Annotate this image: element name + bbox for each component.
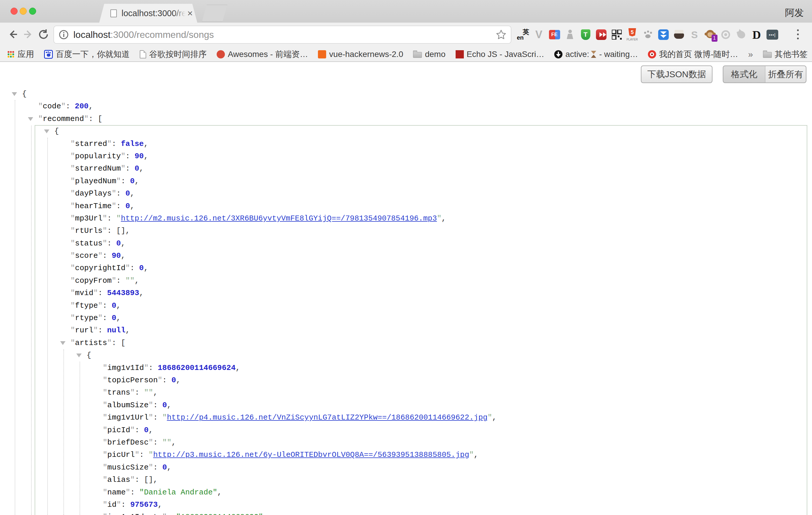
json-key: popularity (75, 152, 121, 161)
json-number: 5443893 (107, 289, 139, 297)
site-info-icon[interactable] (59, 30, 69, 40)
download-json-button[interactable]: 下载JSON数据 (641, 65, 713, 83)
fast-forward-icon (596, 29, 607, 40)
extensions-row: 英enVFET5PLAYERS1D•••| (516, 26, 780, 44)
browser-menu-button[interactable] (791, 27, 804, 42)
format-button[interactable]: 格式化 (723, 65, 765, 83)
json-link[interactable]: http://p4.music.126.net/VnZiScyynLG7atLI… (167, 413, 487, 422)
json-line: "name": "Daniela Andrade", (0, 486, 812, 498)
json-empty-string: "" (162, 438, 171, 447)
extension-hummingbird[interactable] (733, 26, 749, 44)
bookmark-vue-hackernews[interactable]: vue-hackernews-2.0 (318, 50, 403, 59)
json-key: img1v1Id (108, 364, 144, 372)
collapse-triangle-icon[interactable] (76, 353, 82, 357)
json-number: 0 (130, 177, 135, 185)
a-icon (216, 50, 225, 58)
address-bar[interactable]: localhost:3000/recommend/songs (53, 26, 512, 44)
hourglass-icon (591, 51, 596, 58)
json-line: "starred": false, (0, 138, 812, 150)
json-string: "Daniela Andrade" (140, 488, 217, 497)
extension-s-ext[interactable]: S (687, 26, 702, 44)
collapse-triangle-icon[interactable] (60, 341, 65, 345)
extension-html5-player[interactable]: 5PLAYER (625, 26, 640, 44)
json-key: mp3Url (75, 214, 103, 223)
collapse-triangle-icon[interactable] (28, 117, 33, 121)
folder-icon (763, 52, 772, 58)
json-punctuation: { (22, 90, 27, 98)
tab-close-icon[interactable]: × (187, 8, 193, 18)
minimize-window-button[interactable] (20, 8, 27, 15)
apps-shortcut[interactable]: 应用 (7, 49, 34, 60)
json-link[interactable]: http://p3.music.126.net/6y-UleORITEDbvrO… (153, 450, 469, 459)
extension-downloader[interactable] (656, 26, 671, 44)
json-line: "popularity": 90, (0, 150, 812, 162)
gray-weibo-icon (721, 30, 730, 39)
json-line: "status": 0, (0, 237, 812, 250)
json-line: "hearTime": 0, (0, 200, 812, 212)
extension-translate[interactable]: 英en (516, 26, 531, 44)
bookmark-star-icon[interactable] (496, 29, 507, 40)
browser-tab[interactable]: localhost:3000/recommend/so × (99, 4, 197, 23)
json-number: 0 (125, 202, 130, 210)
collapse-triangle-icon[interactable] (12, 92, 17, 96)
json-string: "18686200114669622" (176, 513, 263, 515)
json-link[interactable]: http://m2.music.126.net/3XR6BU6yvtyVmFE8… (121, 214, 437, 223)
qr-code-icon (612, 30, 622, 40)
collapse-all-button[interactable]: 折叠所有 (765, 65, 806, 83)
s-letter-icon: S (691, 29, 698, 40)
json-number: 0 (162, 401, 167, 409)
bookmark-weibo-home[interactable]: 我的首页 微博-随时… (648, 49, 738, 60)
bookmark-baidu[interactable]: 百度一下，你就知道 (44, 49, 130, 60)
json-line: "code": 200, (0, 100, 812, 112)
json-line: "alias": [], (0, 474, 812, 486)
bookmark-demo-folder[interactable]: demo (413, 50, 445, 59)
json-line: "rtype": 0, (0, 312, 812, 324)
org-chart-icon (566, 30, 575, 40)
json-key: starredNum (75, 164, 121, 173)
profile-name[interactable]: 阿发 (785, 6, 804, 19)
extension-org-chart[interactable] (562, 26, 578, 44)
bookmark-label: 百度一下，你就知道 (56, 49, 130, 60)
bookmark-awesomes[interactable]: Awesomes - 前端资… (216, 49, 308, 60)
bookmarks-overflow-chevron[interactable]: » (748, 49, 753, 59)
extension-shield-t[interactable]: T (578, 26, 593, 44)
reload-button[interactable] (36, 27, 51, 42)
url-host: localhost (74, 29, 110, 40)
bookmark-active-waiting[interactable]: active:- waiting… (554, 50, 638, 59)
hummingbird-icon (736, 30, 746, 39)
json-number: 0 (139, 264, 144, 273)
bookmark-echo-js[interactable]: Echo JS - JavaScri… (456, 50, 545, 59)
json-line: "playedNum": 0, (0, 175, 812, 187)
bookmark-google-sorted[interactable]: 谷歌按时间排序 (140, 49, 207, 60)
url-text[interactable]: localhost:3000/recommend/songs (74, 29, 496, 40)
forward-button[interactable] (21, 27, 36, 42)
extension-password-manager[interactable]: •••| (764, 26, 780, 44)
json-key: trans (108, 388, 130, 397)
extension-devdocs-d[interactable]: D (749, 26, 764, 44)
json-line: "mp3Url": "http://m2.music.126.net/3XR6B… (0, 212, 812, 225)
extension-paw[interactable] (640, 26, 656, 44)
json-key: picUrl (108, 450, 135, 459)
json-line: "albumSize": 0, (0, 399, 812, 411)
close-window-button[interactable] (10, 8, 18, 15)
v-letter-icon: V (535, 28, 542, 41)
json-line: "img1v1Url": "http://p4.music.126.net/Vn… (0, 411, 812, 424)
collapse-triangle-icon[interactable] (44, 130, 49, 133)
json-number: 90 (135, 152, 144, 161)
other-bookmarks[interactable]: 其他书签 (763, 49, 808, 60)
translate-icon: 英en (518, 29, 529, 40)
maximize-window-button[interactable] (29, 8, 36, 15)
extension-qr-code[interactable] (609, 26, 625, 44)
extension-weibo-gray[interactable] (718, 26, 733, 44)
extension-mask[interactable] (671, 26, 687, 44)
new-tab-button[interactable] (202, 5, 227, 22)
back-button[interactable] (5, 27, 21, 42)
extension-monkey[interactable]: 1 (702, 26, 718, 44)
json-empty-string: "" (144, 388, 153, 397)
json-line: "rurl": null, (0, 324, 812, 337)
json-punctuation: [ (121, 339, 126, 347)
extension-vimium[interactable]: V (531, 26, 547, 44)
extension-fe[interactable]: FE (547, 26, 562, 44)
extension-fast-forward[interactable] (593, 26, 609, 44)
json-line: "ftype": 0, (0, 299, 812, 312)
